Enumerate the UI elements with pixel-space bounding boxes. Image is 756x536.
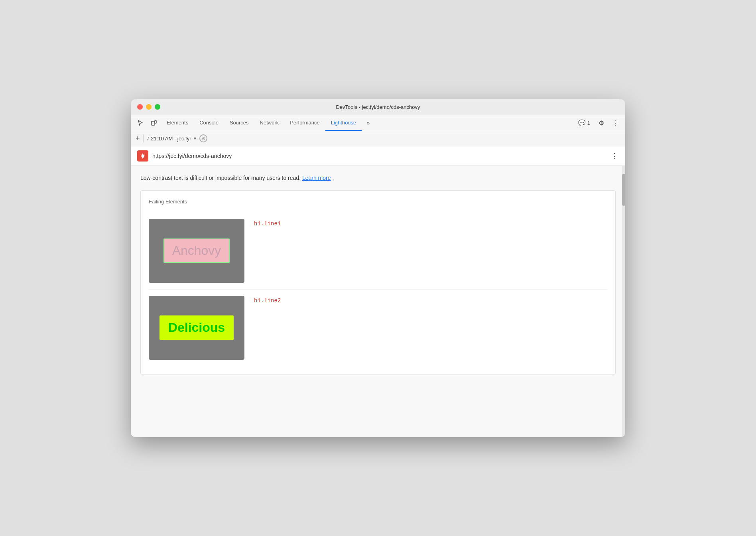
element-selector-1[interactable]: h1.line1 bbox=[254, 219, 281, 227]
tab-list: Elements Console Sources Network Perform… bbox=[161, 115, 574, 131]
block-icon[interactable]: ⊘ bbox=[199, 134, 207, 142]
maximize-button[interactable] bbox=[155, 104, 160, 110]
tab-elements[interactable]: Elements bbox=[161, 115, 194, 131]
url-text: https://jec.fyi/demo/cds-anchovy bbox=[152, 153, 232, 159]
sub-toolbar: + 7:21:10 AM - jec.fyi ▾ ⊘ bbox=[131, 131, 625, 146]
toolbar-divider bbox=[143, 134, 144, 142]
notification-button[interactable]: 💬 1 bbox=[575, 118, 593, 128]
settings-button[interactable]: ⚙ bbox=[595, 116, 608, 129]
more-options-button[interactable]: ⋮ bbox=[609, 116, 622, 129]
add-tab-button[interactable]: + bbox=[136, 134, 140, 143]
title-bar: DevTools - jec.fyi/demo/cds-anchovy bbox=[131, 99, 625, 115]
url-bar: https://jec.fyi/demo/cds-anchovy ⋮ bbox=[131, 146, 625, 166]
timestamp-domain: 7:21:10 AM - jec.fyi bbox=[147, 136, 191, 142]
minimize-button[interactable] bbox=[146, 104, 152, 110]
anchovy-preview: Anchovy bbox=[149, 219, 244, 283]
toolbar: Elements Console Sources Network Perform… bbox=[131, 115, 625, 131]
traffic-lights bbox=[137, 104, 160, 110]
learn-more-link[interactable]: Learn more bbox=[302, 175, 331, 181]
window-title: DevTools - jec.fyi/demo/cds-anchovy bbox=[336, 104, 420, 110]
tab-performance[interactable]: Performance bbox=[284, 115, 325, 131]
chat-icon: 💬 bbox=[578, 119, 586, 126]
more-vertical-icon: ⋮ bbox=[612, 119, 619, 127]
table-row: Anchovy h1.line1 bbox=[149, 213, 607, 290]
delicious-box: Delicious bbox=[159, 315, 234, 340]
lighthouse-badge-icon bbox=[137, 150, 148, 162]
url-more-button[interactable]: ⋮ bbox=[611, 152, 619, 160]
description-text: Low-contrast text is difficult or imposs… bbox=[140, 174, 616, 182]
close-button[interactable] bbox=[137, 104, 143, 110]
scrollbar-thumb[interactable] bbox=[622, 174, 625, 206]
url-left: https://jec.fyi/demo/cds-anchovy bbox=[137, 150, 232, 162]
element-selector-2[interactable]: h1.line2 bbox=[254, 296, 281, 304]
table-row: Delicious h1.line2 bbox=[149, 290, 607, 366]
cursor-tool-button[interactable] bbox=[134, 116, 147, 129]
delicious-preview: Delicious bbox=[149, 296, 244, 360]
more-tabs-button[interactable]: » bbox=[362, 116, 374, 129]
gear-icon: ⚙ bbox=[598, 119, 604, 127]
anchovy-text: Anchovy bbox=[172, 243, 221, 258]
device-toggle-button[interactable] bbox=[148, 116, 160, 129]
anchovy-box: Anchovy bbox=[163, 238, 230, 263]
failing-elements-box: Failing Elements Anchovy h1.line1 Delici… bbox=[140, 190, 616, 374]
main-content: Low-contrast text is difficult or imposs… bbox=[131, 166, 625, 437]
delicious-text: Delicious bbox=[168, 320, 225, 335]
tab-network[interactable]: Network bbox=[254, 115, 285, 131]
devtools-window: DevTools - jec.fyi/demo/cds-anchovy Elem… bbox=[131, 99, 625, 437]
scrollbar-track[interactable] bbox=[622, 166, 625, 437]
tab-lighthouse[interactable]: Lighthouse bbox=[325, 115, 362, 131]
svg-rect-0 bbox=[152, 121, 155, 125]
domain-dropdown[interactable]: ▾ bbox=[194, 136, 196, 141]
tab-console[interactable]: Console bbox=[194, 115, 224, 131]
svg-rect-1 bbox=[155, 120, 156, 123]
failing-elements-title: Failing Elements bbox=[149, 199, 607, 205]
tab-sources[interactable]: Sources bbox=[224, 115, 254, 131]
toolbar-right: 💬 1 ⚙ ⋮ bbox=[575, 116, 622, 129]
